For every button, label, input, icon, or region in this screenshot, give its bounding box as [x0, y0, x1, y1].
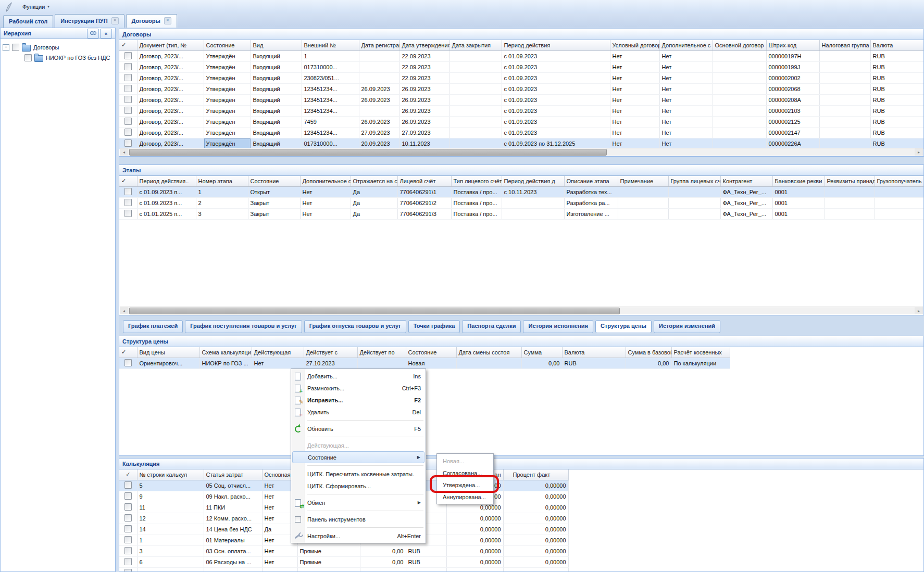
column-header[interactable]: Период действия [502, 40, 610, 50]
dtab-price-structure[interactable]: Структура цены [595, 320, 652, 333]
row-checkbox[interactable] [124, 85, 132, 92]
column-header[interactable]: Банковские рекви [772, 176, 825, 186]
column-header[interactable]: Схема калькуляци [199, 347, 252, 358]
column-header[interactable]: № строки калькул [137, 469, 204, 480]
row-checkbox[interactable] [124, 547, 132, 554]
stage-row[interactable]: с 01.01.2025 п... 3 Закрыт Нет Да 770640… [119, 208, 923, 219]
dtab-goods-in[interactable]: График поступления товаров и услуг [185, 320, 302, 333]
column-header[interactable]: Действующая [252, 347, 304, 358]
column-header[interactable]: Основной договор [713, 40, 766, 50]
column-header[interactable]: Лицевой счёт [397, 176, 451, 186]
column-header[interactable]: Контрагент [720, 176, 772, 186]
column-header[interactable]: Состояние [406, 347, 456, 358]
contract-row[interactable]: Договор, 2023/... Утверждён Входящий 123… [119, 94, 923, 105]
row-checkbox[interactable] [124, 139, 132, 147]
dtab-change-history[interactable]: История изменений [654, 320, 720, 333]
column-header[interactable]: Налоговая группа [819, 40, 870, 50]
column-header[interactable]: Штрих-код [766, 40, 819, 50]
menu-item-delete[interactable]: Удалить Del ▶ [292, 406, 424, 418]
menubar-functions[interactable]: Функции [18, 2, 61, 12]
menu-item-citk-recalc[interactable]: ЦИТК. Пересчитать косвенные затраты... ▶ [292, 468, 424, 480]
scroll-left-icon[interactable]: ◂ [120, 148, 128, 156]
row-checkbox[interactable] [124, 210, 132, 217]
scroll-right-icon[interactable]: ▸ [915, 148, 923, 156]
menu-item[interactable]: ▶ [307, 437, 423, 437]
collapse-panel-button[interactable]: « [100, 29, 112, 39]
contract-row[interactable]: Договор, 2023/... Утверждён Входящий 017… [119, 138, 923, 149]
row-checkbox[interactable] [124, 63, 132, 70]
column-header[interactable]: Состояние [248, 176, 300, 186]
menu-item-duplicate[interactable]: Размножить... Ctrl+F3 ▶ [292, 382, 424, 394]
row-checkbox[interactable] [124, 129, 132, 136]
column-header[interactable]: Документ (тип, № [137, 40, 204, 50]
row-checkbox[interactable] [124, 52, 132, 59]
row-checkbox[interactable] [124, 107, 132, 114]
submenu-item-agreed[interactable]: Согласована... [438, 467, 492, 479]
row-checkbox[interactable] [124, 503, 132, 511]
column-header[interactable]: Дата смены состоя [456, 347, 521, 358]
row-checkbox[interactable] [124, 74, 132, 81]
menu-item-edit[interactable]: Исправить... F2 ▶ [292, 394, 424, 406]
search-button[interactable] [87, 29, 99, 39]
contract-row[interactable]: Договор, 2023/... Утверждён Входящий 230… [119, 72, 923, 83]
column-header[interactable]: Статья затрат [204, 469, 262, 480]
row-checkbox[interactable] [124, 492, 132, 500]
row-checkbox[interactable] [124, 188, 132, 195]
tree-node-checkbox[interactable] [12, 44, 19, 51]
scrollbar-thumb[interactable] [129, 149, 607, 156]
menu-item[interactable]: ▶ [307, 420, 423, 421]
dtab-payments[interactable]: График платежей [123, 320, 183, 333]
column-header[interactable]: Процент факт [503, 469, 568, 480]
contract-row[interactable]: Договор, 2023/... Утверждён Входящий 123… [119, 105, 923, 116]
close-tab-icon[interactable]: ✕ [164, 17, 171, 24]
column-header[interactable]: Описание этапа [564, 176, 618, 186]
tab-desktop[interactable]: Рабочий стол ✕ [3, 15, 53, 28]
column-header[interactable]: Дополнительное с [300, 176, 351, 186]
column-header[interactable]: Вид [251, 40, 302, 50]
column-header[interactable]: Примечание [618, 176, 668, 186]
column-header[interactable]: Валюта [870, 40, 923, 50]
stages-hscrollbar[interactable]: ◂ ▸ [120, 307, 923, 314]
submenu-item-approved[interactable]: Утверждена... [438, 479, 492, 491]
column-header[interactable]: ✓ [119, 469, 137, 480]
submenu-item-new[interactable]: Новая... [438, 455, 492, 467]
column-header[interactable]: Дата регистрации [359, 40, 399, 50]
menu-item[interactable]: ▶ [307, 527, 423, 528]
menu-item-exchange[interactable]: Обмен ▶ [292, 497, 424, 509]
column-header[interactable]: Действует по [357, 347, 406, 358]
row-checkbox[interactable] [124, 525, 132, 532]
scroll-right-icon[interactable]: ▸ [915, 307, 923, 314]
column-header[interactable]: Валюта [562, 347, 626, 358]
menu-item-citk-generate[interactable]: ЦИТК. Сформировать... ▶ [292, 480, 424, 492]
row-checkbox[interactable] [124, 118, 132, 125]
column-header[interactable]: ✓ [119, 40, 137, 50]
tab-instructions[interactable]: Инструкции ПУП ✕ [55, 14, 124, 28]
stage-row[interactable]: с 01.09.2023 п... 1 Открыт Нет Да 770640… [119, 186, 923, 197]
row-checkbox[interactable] [124, 514, 132, 522]
column-header[interactable]: Период действия д [502, 176, 564, 186]
column-header[interactable]: Реквизиты принад [825, 176, 875, 186]
menu-item[interactable]: ▶ [307, 494, 423, 494]
scroll-left-icon[interactable]: ◂ [120, 307, 128, 314]
column-header[interactable]: Период действия.. [137, 176, 196, 186]
column-header[interactable]: Действует с [304, 347, 357, 358]
tree-node-checkbox[interactable] [24, 54, 32, 61]
tree-node-contracts[interactable]: − Договоры [3, 42, 113, 53]
contract-row[interactable]: Договор, 2023/... Утверждён Входящий 123… [119, 83, 923, 94]
dtab-points[interactable]: Точки графика [408, 320, 460, 333]
column-header[interactable]: Дата закрытия [449, 40, 502, 50]
menu-item-state[interactable]: Состояние ▶ [292, 451, 424, 463]
scrollbar-thumb[interactable] [129, 308, 620, 314]
stage-row[interactable]: с 01.09.2023 п... 2 Закрыт Нет Да 770640… [119, 197, 923, 208]
menu-item-toolbar[interactable]: Панель инструментов ▶ [292, 513, 424, 525]
dtab-exec-history[interactable]: История исполнения [523, 320, 593, 333]
column-header[interactable]: Сумма [521, 347, 562, 358]
calculation-row[interactable]: 6 06 Расходы на ... Нет Прямые 0,00 RUB … [119, 556, 568, 567]
row-checkbox[interactable] [124, 481, 132, 489]
column-header[interactable]: Дополнительное с [659, 40, 713, 50]
column-header[interactable]: Сумма в базовой в [626, 347, 671, 358]
row-checkbox[interactable] [124, 96, 132, 103]
row-checkbox[interactable] [124, 536, 132, 543]
column-header[interactable]: Состояние [204, 40, 251, 50]
column-header[interactable]: Отражается на сум [351, 176, 397, 186]
